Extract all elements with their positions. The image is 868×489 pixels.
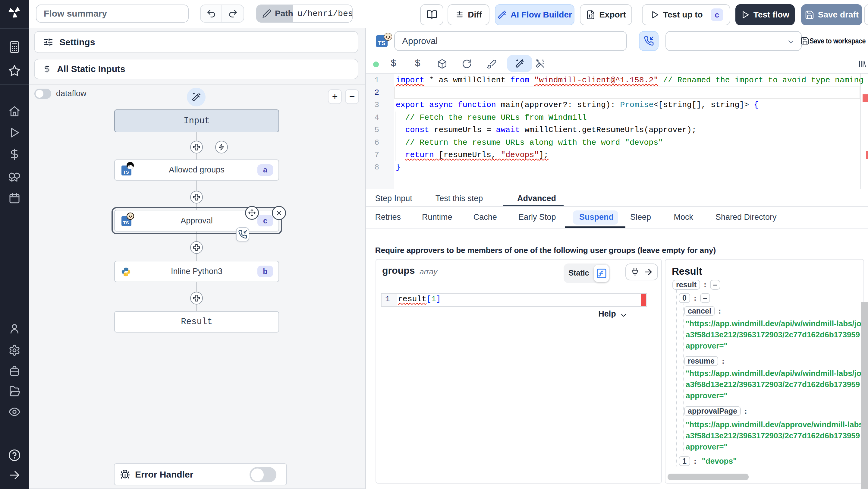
svg-text:TS: TS xyxy=(378,40,385,47)
svg-text:TS: TS xyxy=(123,169,129,174)
svg-text:TS: TS xyxy=(123,220,129,225)
